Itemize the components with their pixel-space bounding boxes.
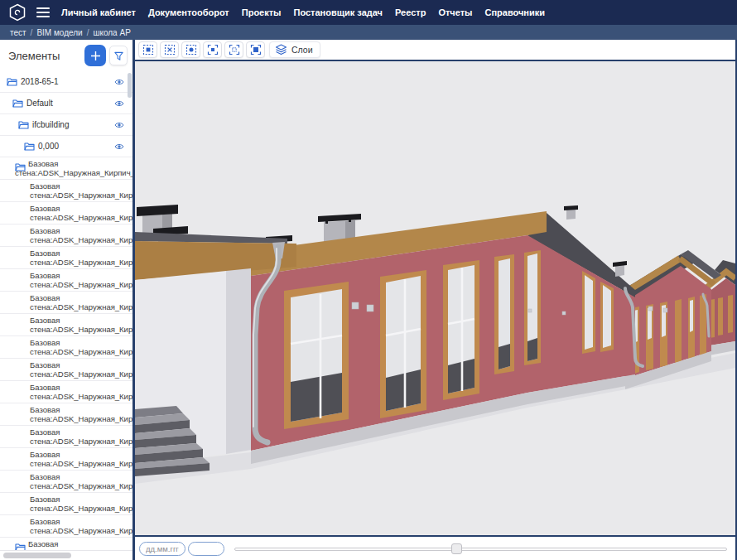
tree-horizontal-scrollbar: [0, 550, 132, 560]
tree-wall-item-row[interactable]: Базовая стена:ADSK_Наружная_Кирпич_380+у: [0, 403, 132, 426]
wall-item-line1: Базовая: [30, 472, 132, 481]
wall-item-line2: стена:ADSK_Наружная_Кирпич_380+у: [30, 258, 132, 267]
visibility-eye-icon[interactable]: [114, 120, 124, 130]
tree-wall-item-row[interactable]: Базовая стена:ADSK_Наружная_Кирпич_380+у: [0, 247, 132, 269]
wall-item-line1: Базовая: [30, 181, 132, 191]
wall-item-line2: стена:ADSK_Наружная_Кирпич_380+у: [30, 235, 132, 244]
open-folder-icon: [15, 543, 26, 550]
wall-item-line2: стена:ADSK_Наружная_Кирпич_380+у: [30, 437, 132, 446]
wall-item-line2: стена:ADSK_Наружная_Кирпич_380+у: [30, 481, 132, 490]
layers-button[interactable]: Слои: [269, 41, 320, 58]
fit-view-icon[interactable]: [203, 41, 222, 58]
nav-menu-item[interactable]: Личный кабинет: [61, 7, 136, 17]
wall-item-line1: Базовая: [15, 539, 132, 548]
select-box-icon[interactable]: [138, 41, 157, 58]
tree-folder-row[interactable]: Default: [0, 93, 132, 114]
tree-folder-label: 2018-65-1: [21, 77, 114, 86]
isolate-box-icon[interactable]: [181, 41, 200, 58]
wall-item-line2: стена:ADSK_Наружная_Кирпич_380+у: [30, 369, 132, 379]
tree-wall-item-row[interactable]: Базовая стена:ADSK_Наружная_Кирпич_380+у: [0, 269, 132, 292]
viewer-section: Слои: [135, 40, 735, 560]
tree-wall-item-row[interactable]: Базовая стена:ADSK_Наружная_Кирпич_380+у: [0, 515, 132, 538]
panel-title: Элементы: [8, 50, 84, 62]
visibility-eye-icon[interactable]: [114, 99, 124, 109]
nav-menu-item[interactable]: Проекты: [242, 7, 282, 17]
bim-viewer-app: Личный кабинет Документооборот Проекты П…: [0, 0, 737, 560]
timeline-slider-thumb[interactable]: [451, 543, 462, 554]
tree-wall-item-row[interactable]: Базовая стена:ADSK_Наружная_Кирпич_380+у: [0, 359, 132, 381]
wall-item-line1: Базовая: [30, 405, 132, 414]
wall-item-line1: Базовая: [30, 517, 132, 526]
nav-menu-item[interactable]: Отчеты: [438, 7, 472, 17]
nav-menu-item[interactable]: Реестр: [395, 7, 426, 17]
tree-wall-item-row[interactable]: Базовая стена:ADSK_Наружная_Кирпич_380+у: [0, 224, 132, 247]
wall-item-line1: Базовая: [30, 495, 132, 504]
tree-wall-item-row[interactable]: Базовая стена:ADSK_Наружная_Кирпич_380+у…: [0, 157, 132, 180]
timeline-slider[interactable]: [234, 543, 727, 554]
wall-item-line1: Базовая: [30, 450, 132, 459]
value-input[interactable]: [188, 542, 224, 556]
tree-wall-item-row[interactable]: Базовая стена:ADSK_Наружная_Кирпич_380+у: [0, 426, 132, 448]
wall-item-line2: стена:ADSK_Наружная_Кирпич_380+у: [30, 504, 132, 513]
tree-horizontal-scrollbar-thumb[interactable]: [3, 553, 71, 558]
tree-wall-item-row[interactable]: Базовая стена:ADSK_Наружная_Кирпич_380+у: [0, 336, 132, 359]
tree-wall-item-row[interactable]: Базовая стена:ADSK_Наружная_Кирпич_380+у: [0, 471, 132, 493]
tree-folder-row[interactable]: 2018-65-1: [0, 71, 132, 93]
visibility-eye-icon[interactable]: [114, 77, 124, 87]
tree-wall-item-row[interactable]: Базовая стена:ADSK_Наружная_Кирпич_380+у: [0, 314, 132, 336]
app-logo-icon[interactable]: [8, 3, 26, 22]
breadcrumb-item[interactable]: BIM модели: [36, 28, 82, 37]
wall-item-line2: стена:ADSK_Наружная_Кирпич_380+у: [30, 280, 132, 289]
wall-item-line2: стена:ADSK_Наружная_Кирпич_380+ут-: [15, 168, 132, 177]
timeline-bar: [135, 537, 735, 560]
tree-wall-item-row[interactable]: Базовая стена:ADSK_Наружная_Кирпич_380+у: [0, 448, 132, 471]
timeline-slider-track[interactable]: [234, 548, 727, 551]
model-canvas[interactable]: [135, 61, 735, 535]
fit-selection-icon[interactable]: [224, 41, 243, 58]
tree-wall-item-row[interactable]: Базовая стена:ADSK_Наружная_Кирпич_380+у…: [0, 538, 132, 550]
wall-item-line2: стена:ADSK_Наружная_Кирпич_380+у: [30, 213, 132, 222]
tree-vertical-scrollbar[interactable]: [128, 73, 132, 98]
nav-menu-item[interactable]: Документооборот: [148, 7, 229, 17]
fullscreen-icon[interactable]: [246, 41, 265, 58]
tree-folder-row[interactable]: 0,000: [0, 136, 132, 157]
wall-item-line2: стена:ADSK_Наружная_Кирпич_380+у: [30, 347, 132, 356]
wall-item-line1: Базовая: [30, 204, 132, 213]
breadcrumb: тест/BIM модели/школа АР: [0, 25, 737, 40]
main-area: Элементы 2018-65-1: [0, 40, 737, 560]
tree-folder-label: ifcbuilding: [32, 120, 114, 129]
menu-hamburger-icon[interactable]: [36, 7, 50, 17]
date-input[interactable]: [139, 542, 185, 556]
wall-item-line2: стена:ADSK_Наружная_Кирпич_380+у: [30, 526, 132, 535]
wall-item-line2: стена:ADSK_Наружная_Кирпич_380+у: [30, 414, 132, 423]
tree-wall-item-row[interactable]: Базовая стена:ADSK_Наружная_Кирпич_380+у: [0, 292, 132, 314]
visibility-eye-icon[interactable]: [114, 142, 124, 152]
layers-icon: [275, 44, 287, 56]
plus-icon: [90, 51, 101, 61]
bim-model-rendering: [135, 61, 735, 535]
wall-item-line2: стена:ADSK_Наружная_Кирпич_380+у: [30, 302, 132, 311]
wall-item-line1: Базовая: [30, 293, 132, 302]
deselect-box-icon[interactable]: [160, 41, 179, 58]
tree-folder-label: 0,000: [38, 142, 114, 151]
nav-menu-item[interactable]: Справочники: [484, 7, 545, 17]
breadcrumb-separator: /: [87, 28, 89, 37]
wall-item-line1: Базовая: [30, 226, 132, 235]
wall-item-line1: Базовая: [30, 338, 132, 347]
wall-item-line1: Базовая: [30, 249, 132, 258]
breadcrumb-item[interactable]: школа АР: [93, 28, 130, 37]
tree-wall-item-row[interactable]: Базовая стена:ADSK_Наружная_Кирпич_380+у: [0, 202, 132, 224]
tree-wall-item-row[interactable]: Базовая стена:ADSK_Наружная_Кирпич_380+у: [0, 381, 132, 403]
breadcrumb-item[interactable]: тест: [10, 28, 26, 37]
wall-item-line1: Базовая: [30, 360, 132, 369]
wall-item-line1: Базовая: [30, 316, 132, 325]
tree-folder-label: Default: [26, 99, 114, 108]
tree-wall-item-row[interactable]: Базовая стена:ADSK_Наружная_Кирпич_380+у: [0, 493, 132, 515]
tree-wall-item-row[interactable]: Базовая стена:ADSK_Наружная_Кирпич_380+у: [0, 180, 132, 202]
wall-item-line1: Базовая: [15, 159, 132, 168]
add-button[interactable]: [84, 45, 106, 66]
elements-panel-header: Элементы: [0, 40, 132, 71]
nav-menu-item[interactable]: Постановщик задач: [294, 7, 383, 17]
tree-folder-row[interactable]: ifcbuilding: [0, 114, 132, 136]
filter-button[interactable]: [109, 46, 128, 65]
